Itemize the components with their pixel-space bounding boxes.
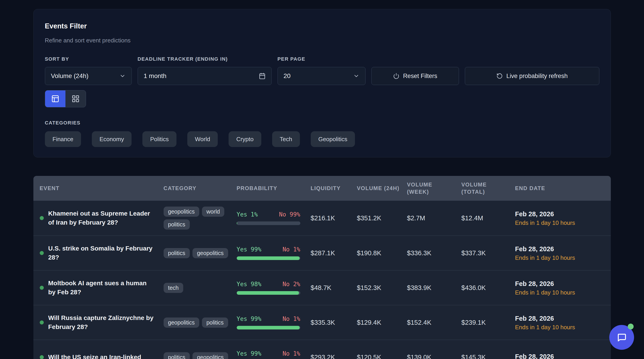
table-row[interactable]: Will Russia capture Zaliznychne by Febru…: [34, 305, 611, 340]
probability-cell: Yes 1% No 99%: [237, 211, 300, 225]
probability-bar: [237, 221, 300, 225]
events-table: EVENTCATEGORYPROBABILITYLIQUIDITYVOLUME …: [34, 176, 611, 359]
probability-bar-fill: [237, 291, 299, 295]
volume-week-value: $139.0K: [407, 354, 462, 359]
category-tag: geopolitics: [164, 318, 199, 328]
no-probability: No 2%: [282, 281, 300, 288]
yes-probability: Yes 99%: [237, 316, 262, 322]
live-refresh-button[interactable]: Live probability refresh: [465, 67, 599, 85]
table-layout-icon: [51, 95, 59, 103]
volume-total-value: $337.3K: [462, 249, 515, 257]
category-chip-crypto[interactable]: Crypto: [228, 131, 261, 147]
no-probability: No 99%: [279, 211, 300, 218]
table-row[interactable]: Moltbook AI agent sues a human by Feb 28…: [34, 270, 611, 305]
event-cell: U.S. strike on Somalia by February 28?: [40, 244, 164, 262]
probability-bar-fill: [237, 221, 238, 225]
reset-filters-button[interactable]: Reset Filters: [372, 67, 459, 85]
tag-list: politicsgeopolitics: [164, 248, 231, 258]
category-tag: geopolitics: [192, 352, 228, 359]
probability-cell: Yes 98% No 2%: [237, 281, 300, 295]
yes-probability: Yes 1%: [237, 211, 258, 218]
end-date: Feb 28, 2026: [515, 280, 611, 288]
volume-24h-value: $120.5K: [357, 354, 407, 359]
ends-in-countdown: Ends in 1 day 10 hours: [515, 289, 611, 296]
status-dot-icon: [40, 251, 44, 255]
volume-24h-value: $351.2K: [357, 214, 407, 222]
filter-controls-row: SORT BY Volume (24h) DEADLINE TRACKER (E…: [45, 56, 599, 85]
deadline-label: DEADLINE TRACKER (ENDING IN): [138, 56, 272, 62]
chat-button[interactable]: [609, 325, 634, 350]
liquidity-value: $287.1K: [311, 249, 357, 257]
event-title: Will Russia capture Zaliznychne by Febru…: [48, 314, 154, 332]
end-date-cell: Feb 28, 2026 Ends in 1 day 10 hours: [515, 314, 611, 331]
deadline-input[interactable]: 1 month: [138, 67, 272, 85]
end-date-cell: Feb 28, 2026: [515, 353, 611, 359]
end-date: Feb 28, 2026: [515, 314, 611, 323]
volume-week-value: $383.9K: [407, 284, 462, 292]
probability-cell: Yes 99% No 1%: [237, 316, 300, 330]
liquidity-value: $48.7K: [311, 284, 357, 292]
probability-cell: Yes 99% No 1%: [237, 350, 300, 359]
event-cell: Moltbook AI agent sues a human by Feb 28…: [40, 279, 164, 297]
probability-bar: [237, 326, 300, 330]
event-title: Moltbook AI agent sues a human by Feb 28…: [48, 279, 154, 297]
grid-view-toggle[interactable]: [66, 90, 86, 107]
volume-week-value: $2.7M: [407, 214, 462, 222]
column-header-3: LIQUIDITY: [311, 185, 357, 192]
tag-list: tech: [164, 283, 231, 293]
liquidity-value: $335.3K: [311, 319, 357, 326]
column-header-6: VOLUME (TOTAL): [462, 181, 515, 196]
event-title: Will the US seize an Iran-linked: [48, 353, 141, 359]
category-tag: politics: [202, 318, 228, 328]
category-tag: politics: [164, 219, 190, 230]
events-filter-panel: Events Filter Refine and sort event pred…: [34, 9, 611, 157]
sort-by-label: SORT BY: [45, 56, 132, 62]
power-icon: [393, 73, 400, 79]
event-title: Khamenei out as Supreme Leader of Iran b…: [48, 209, 154, 227]
yes-probability: Yes 99%: [237, 350, 262, 357]
category-tag: world: [202, 207, 224, 217]
reset-filters-label: Reset Filters: [403, 73, 437, 80]
status-dot-icon: [40, 355, 44, 359]
page-subtitle: Refine and sort event predictions: [45, 36, 599, 44]
category-chip-politics[interactable]: Politics: [142, 131, 176, 147]
event-cell: Will the US seize an Iran-linked: [40, 353, 164, 359]
deadline-value: 1 month: [144, 72, 166, 80]
table-row[interactable]: Khamenei out as Supreme Leader of Iran b…: [34, 201, 611, 235]
volume-24h-value: $152.3K: [357, 284, 407, 292]
table-view-toggle[interactable]: [45, 90, 66, 107]
ends-in-countdown: Ends in 1 day 10 hours: [515, 324, 611, 331]
tag-list: geopoliticsworldpolitics: [164, 207, 231, 230]
volume-week-value: $336.3K: [407, 249, 462, 257]
column-header-5: VOLUME (WEEK): [407, 181, 462, 196]
category-chip-economy[interactable]: Economy: [92, 131, 132, 147]
end-date: Feb 28, 2026: [515, 210, 611, 218]
category-chip-finance[interactable]: Finance: [45, 131, 81, 147]
table-row[interactable]: U.S. strike on Somalia by February 28? p…: [34, 235, 611, 270]
category-chip-list: FinanceEconomyPoliticsWorldCryptoTechGeo…: [45, 131, 599, 147]
probability-bar: [237, 291, 300, 295]
category-tag: politics: [164, 248, 190, 258]
yes-probability: Yes 99%: [237, 246, 262, 253]
sort-by-select[interactable]: Volume (24h): [45, 67, 132, 85]
status-dot-icon: [40, 321, 44, 325]
status-dot-icon: [40, 286, 44, 290]
liquidity-value: $216.1K: [311, 214, 357, 222]
tag-list: geopoliticspolitics: [164, 318, 231, 328]
probability-bar: [237, 256, 300, 260]
volume-total-value: $239.1K: [462, 319, 515, 326]
per-page-select[interactable]: 20: [278, 67, 366, 85]
end-date: Feb 28, 2026: [515, 245, 611, 253]
volume-total-value: $436.0K: [462, 284, 515, 292]
per-page-field: PER PAGE 20: [278, 56, 366, 85]
probability-bar-fill: [237, 256, 300, 260]
category-chip-world[interactable]: World: [187, 131, 218, 147]
no-probability: No 1%: [282, 246, 300, 253]
category-chip-tech[interactable]: Tech: [272, 131, 300, 147]
table-row[interactable]: Will the US seize an Iran-linked politic…: [34, 340, 611, 359]
event-title: U.S. strike on Somalia by February 28?: [48, 244, 154, 262]
status-dot-icon: [40, 216, 44, 220]
categories-label: CATEGORIES: [45, 120, 599, 126]
event-cell: Khamenei out as Supreme Leader of Iran b…: [40, 209, 164, 227]
category-chip-geopolitics[interactable]: Geopolitics: [311, 131, 355, 147]
